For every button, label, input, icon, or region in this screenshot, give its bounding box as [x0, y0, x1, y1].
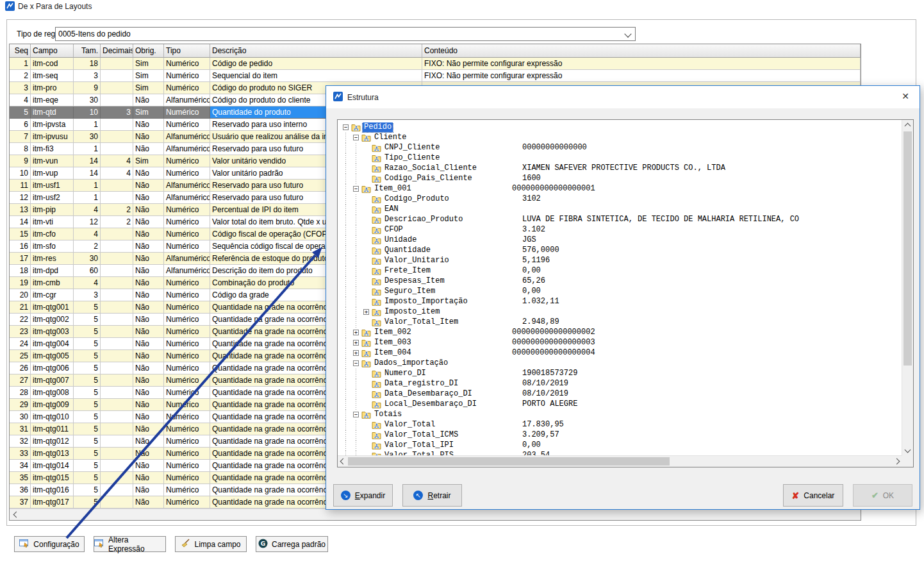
tree-node[interactable]: Valor_Total_PIS203,54	[338, 451, 902, 455]
tree-node[interactable]: −Pedido	[338, 122, 902, 133]
tree-node[interactable]: Valor_Total17.830,95	[338, 420, 902, 430]
tree-horizontal-scrollbar[interactable]	[338, 455, 902, 467]
scroll-down-icon[interactable]	[905, 447, 911, 453]
collapse-toggle-icon[interactable]: −	[343, 124, 349, 130]
tree-node-label[interactable]: Valor_Total	[383, 420, 436, 430]
tree-node[interactable]: Despesas_Item65,26	[338, 276, 902, 287]
tree-node-label[interactable]: Cliente	[373, 133, 408, 142]
tree-node-label[interactable]: Tipo_Cliente	[383, 153, 441, 163]
tree-node-label[interactable]: Razao_Social_Cliente	[383, 164, 478, 173]
tree-node-label[interactable]: Item_003	[373, 338, 413, 348]
tree-node[interactable]: Razao_Social_ClienteXIAMEN SAFEVER PROTE…	[338, 164, 902, 174]
collapse-toggle-icon[interactable]: −	[353, 186, 359, 192]
tree-node[interactable]: Imposto_Importação1.032,11	[338, 297, 902, 307]
collapse-toggle-icon[interactable]: −	[353, 360, 359, 366]
record-type-combobox[interactable]: 0005-Itens do pedido	[55, 27, 636, 41]
expand-toggle-icon[interactable]: +	[363, 309, 369, 315]
grid-horizontal-scrollbar[interactable]	[10, 508, 861, 520]
column-header[interactable]: Campo	[31, 44, 74, 58]
collapse-toggle-icon[interactable]: −	[353, 135, 359, 140]
retrair-button[interactable]: ↖ Retrair	[402, 484, 462, 507]
tree-node[interactable]: Data_registro_DI08/10/2019	[338, 379, 902, 389]
tree-node[interactable]: Codigo_Produto3102	[338, 194, 902, 205]
expand-toggle-icon[interactable]: +	[353, 340, 359, 346]
expand-toggle-icon[interactable]: +	[353, 330, 359, 335]
tree-node-label[interactable]: Imposto_Importação	[383, 297, 469, 307]
scroll-up-icon[interactable]	[905, 123, 911, 130]
tree-node-label[interactable]: Quantidade	[383, 246, 432, 255]
tree-node-label[interactable]: Imposto_item	[383, 307, 441, 317]
tree-node-label[interactable]: Codigo_Produto	[383, 194, 450, 204]
column-header[interactable]: Decimais	[101, 44, 133, 58]
tree-node-label[interactable]: Item_004	[373, 348, 413, 358]
expandir-button[interactable]: ↘ Expandir	[333, 484, 393, 507]
vertical-scroll-thumb[interactable]	[903, 131, 912, 366]
tree-node[interactable]: Seguro_Item0,00	[338, 287, 902, 297]
limpa-campo-button[interactable]: Limpa campo	[175, 536, 247, 552]
table-row[interactable]: 2itm-seq3SimNuméricoSequencial do itemFI…	[10, 70, 861, 82]
tree-node[interactable]: Frete_Item0,00	[338, 266, 902, 276]
tree-node[interactable]: CNPJ_Cliente00000000000000	[338, 143, 902, 153]
tree-node[interactable]: +Item_004000000000000000004	[338, 348, 902, 358]
tree-node[interactable]: Valor_Total_ICMS3.209,57	[338, 430, 902, 441]
scroll-left-icon[interactable]	[340, 458, 347, 465]
scroll-left-icon[interactable]	[13, 512, 20, 518]
cancelar-button[interactable]: ✘ Cancelar	[783, 484, 843, 507]
tree-node[interactable]: Local_Desembaraço_DIPORTO ALEGRE	[338, 399, 902, 410]
tree-node-label[interactable]: Codigo_Pais_Cliente	[383, 174, 474, 183]
column-header[interactable]: Obrig.	[133, 44, 164, 58]
tree-node[interactable]: UnidadeJGS	[338, 235, 902, 246]
dialog-titlebar[interactable]: Estrutura ✕	[326, 86, 920, 108]
tree-node-label[interactable]: Valor_Total_IPI	[383, 441, 455, 450]
tree-node-label[interactable]: Seguro_Item	[383, 287, 436, 296]
tree-node[interactable]: −Cliente	[338, 133, 902, 143]
tree-node[interactable]: +Imposto_item	[338, 307, 902, 317]
tree-node[interactable]: Tipo_Cliente	[338, 153, 902, 164]
tree-vertical-scrollbar[interactable]	[902, 120, 913, 456]
tree-node[interactable]: Valor_Total_IPI0,00	[338, 441, 902, 451]
tree-node-label[interactable]: Item_002	[373, 328, 413, 337]
tree-node-label[interactable]: Descricao_Produto	[383, 215, 464, 224]
column-header[interactable]: Seq	[10, 44, 31, 58]
tree-node[interactable]: Data_Desembaraço_DI08/10/2019	[338, 389, 902, 399]
tree-node-label[interactable]: Numero_DI	[383, 369, 427, 378]
tree-node-label[interactable]: Pedido	[363, 122, 393, 132]
tree-node-label[interactable]: Valor_Total_PIS	[383, 451, 455, 455]
tree-node[interactable]: Codigo_Pais_Cliente1600	[338, 174, 902, 184]
tree-node-label[interactable]: Valor_Total_Item	[383, 317, 459, 327]
carrega-padrao-button[interactable]: G Carrega padrão	[256, 536, 328, 552]
tree-node[interactable]: EAN	[338, 205, 902, 215]
tree-node-label[interactable]: Data_registro_DI	[383, 379, 459, 389]
tree-node[interactable]: Numero_DI190018573729	[338, 369, 902, 379]
tree-node[interactable]: Valor_Total_Item2.948,89	[338, 317, 902, 328]
tree-node-label[interactable]: Valor_Total_ICMS	[383, 430, 459, 440]
column-header[interactable]: Tam.	[74, 44, 101, 58]
tree-node-label[interactable]: EAN	[383, 205, 400, 214]
tree-node[interactable]: +Item_002000000000000000002	[338, 328, 902, 338]
tree-node[interactable]: +Item_003000000000000000003	[338, 338, 902, 348]
tree-node-label[interactable]: Totais	[373, 410, 403, 419]
tree-node[interactable]: Valor_Unitario5,1196	[338, 256, 902, 266]
tree-node-label[interactable]: Unidade	[383, 235, 418, 245]
horizontal-scroll-thumb[interactable]	[348, 457, 670, 466]
expand-toggle-icon[interactable]: +	[353, 350, 359, 356]
column-header[interactable]: Tipo	[164, 44, 210, 58]
tree-node-label[interactable]: Data_Desembaraço_DI	[383, 389, 474, 399]
tree-node[interactable]: −Dados_importação	[338, 358, 902, 369]
tree-node[interactable]: CFOP3.102	[338, 225, 902, 235]
table-row[interactable]: 1itm-cod18SimNuméricoCódigo de pedidoFIX…	[10, 58, 861, 70]
tree-node-label[interactable]: CFOP	[383, 225, 404, 235]
tree-node[interactable]: −Totais	[338, 410, 902, 420]
tree-node-label[interactable]: Dados_importação	[373, 358, 449, 368]
collapse-toggle-icon[interactable]: −	[353, 412, 359, 417]
tree-node-label[interactable]: CNPJ_Cliente	[383, 143, 441, 153]
ok-button[interactable]: ✔ OK	[853, 484, 912, 507]
tree-node[interactable]: Descricao_ProdutoLUVA DE FIBRA SINTETICA…	[338, 215, 902, 225]
tree-node[interactable]: Quantidade576,0000	[338, 246, 902, 256]
column-header[interactable]: Descrição	[210, 44, 422, 58]
tree-node-label[interactable]: Despesas_Item	[383, 276, 446, 286]
tree-node-label[interactable]: Local_Desembaraço_DI	[383, 399, 478, 409]
column-header[interactable]: Conteúdo	[422, 44, 861, 58]
chevron-down-icon[interactable]	[624, 30, 631, 37]
configuracao-button[interactable]: Configuração	[14, 536, 85, 552]
